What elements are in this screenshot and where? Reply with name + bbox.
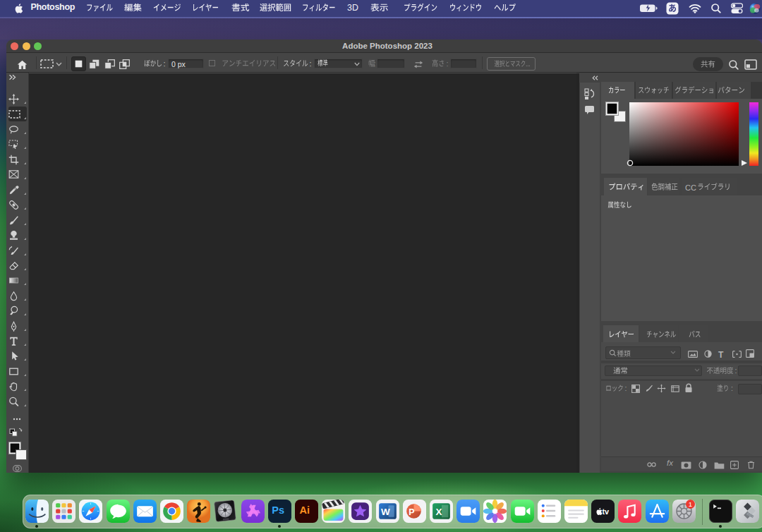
- svg-text:P: P: [409, 507, 414, 516]
- svg-text:X: X: [435, 507, 442, 517]
- svg-text:W: W: [381, 507, 390, 517]
- svg-text:tv: tv: [603, 507, 610, 516]
